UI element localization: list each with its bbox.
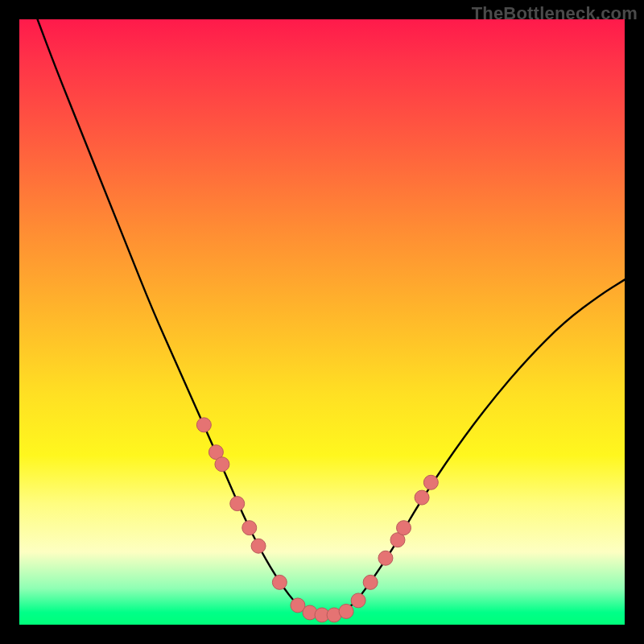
marker-dot	[242, 521, 257, 535]
plot-area	[19, 19, 625, 625]
marker-dot	[363, 575, 378, 589]
marker-dot	[351, 593, 365, 608]
marker-dot	[339, 604, 353, 618]
chart-frame	[19, 19, 625, 625]
watermark-text: TheBottleneck.com	[472, 3, 638, 24]
marker-dot	[230, 497, 245, 511]
chart-svg	[19, 19, 625, 625]
marker-dot	[196, 418, 211, 432]
marker-dot	[423, 475, 438, 489]
marker-dot	[272, 575, 287, 589]
marker-dot	[415, 490, 429, 505]
marker-dot	[378, 551, 393, 565]
highlight-markers	[196, 418, 438, 622]
marker-dot	[397, 521, 411, 535]
bottleneck-curve	[38, 19, 625, 616]
marker-dot	[251, 539, 266, 553]
marker-dot	[215, 457, 229, 472]
